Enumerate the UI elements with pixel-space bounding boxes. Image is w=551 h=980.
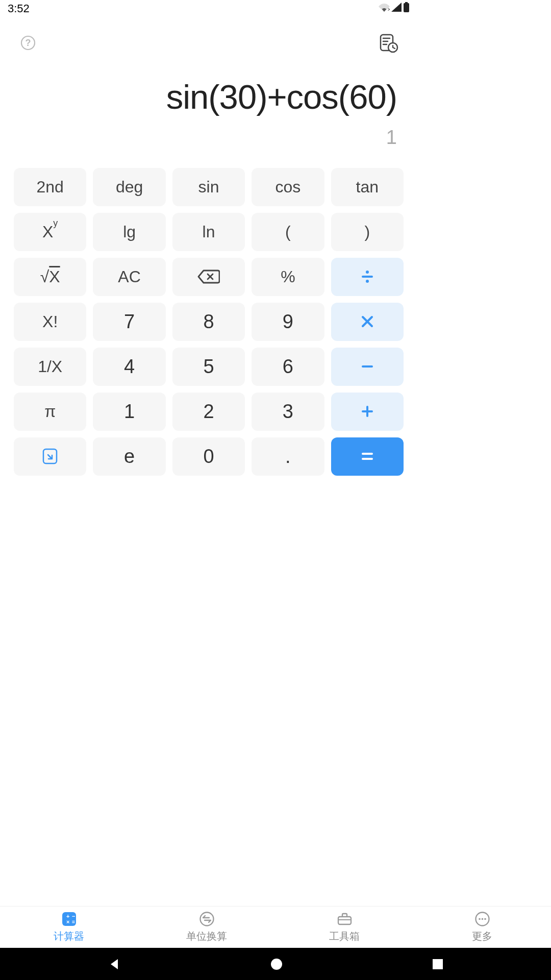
status-bar: 3:52 ✕	[0, 0, 417, 18]
result: 1	[20, 127, 397, 149]
help-button[interactable]: ?	[20, 35, 36, 53]
svg-rect-24	[362, 458, 373, 460]
key-reciprocal[interactable]: 1/X	[14, 348, 86, 386]
svg-point-14	[366, 271, 369, 274]
key-deg[interactable]: deg	[93, 168, 165, 206]
status-icons: ✕	[379, 2, 410, 12]
svg-rect-21	[366, 406, 368, 417]
multiply-icon	[361, 315, 374, 328]
signal-icon	[391, 3, 402, 12]
key-9[interactable]: 9	[252, 303, 324, 341]
key-2[interactable]: 2	[172, 393, 245, 431]
key-8[interactable]: 8	[172, 303, 245, 341]
key-lparen[interactable]: (	[252, 213, 324, 251]
svg-rect-19	[362, 365, 373, 368]
svg-rect-15	[362, 276, 373, 278]
key-rparen[interactable]: )	[331, 213, 404, 251]
key-3[interactable]: 3	[252, 393, 324, 431]
divide-icon	[360, 269, 375, 284]
key-factorial[interactable]: X!	[14, 303, 86, 341]
collapse-icon	[42, 448, 58, 465]
status-time: 3:52	[8, 2, 30, 15]
key-minus[interactable]	[331, 348, 404, 386]
display: sin(30)+cos(60) 1	[0, 78, 417, 149]
key-1[interactable]: 1	[93, 393, 165, 431]
key-power[interactable]: Xy	[14, 213, 86, 251]
key-ln[interactable]: ln	[172, 213, 245, 251]
key-cos[interactable]: cos	[252, 168, 324, 206]
key-0[interactable]: 0	[172, 437, 245, 476]
key-dot[interactable]: .	[252, 437, 324, 476]
key-sqrt[interactable]: √X	[14, 258, 86, 296]
svg-point-16	[366, 280, 369, 283]
svg-rect-2	[404, 3, 409, 12]
key-collapse[interactable]	[14, 437, 86, 476]
minus-icon	[360, 359, 375, 374]
key-sin[interactable]: sin	[172, 168, 245, 206]
key-divide[interactable]	[331, 258, 404, 296]
key-tan[interactable]: tan	[331, 168, 404, 206]
key-5[interactable]: 5	[172, 348, 245, 386]
keypad: 2nd deg sin cos tan Xy lg ln ( ) √X AC %…	[0, 168, 417, 476]
equals-icon	[360, 449, 375, 464]
key-equals[interactable]	[331, 437, 404, 476]
key-6[interactable]: 6	[252, 348, 324, 386]
key-7[interactable]: 7	[93, 303, 165, 341]
key-2nd[interactable]: 2nd	[14, 168, 86, 206]
key-e[interactable]: e	[93, 437, 165, 476]
svg-rect-23	[362, 453, 373, 455]
key-ac[interactable]: AC	[93, 258, 165, 296]
key-pi[interactable]: π	[14, 393, 86, 431]
backspace-icon	[197, 269, 220, 284]
key-percent[interactable]: %	[252, 258, 324, 296]
key-4[interactable]: 4	[93, 348, 165, 386]
battery-icon	[403, 2, 410, 12]
svg-rect-1	[405, 2, 408, 3]
header-row: ?	[0, 27, 417, 60]
key-backspace[interactable]	[172, 258, 245, 296]
wifi-icon: ✕	[379, 3, 390, 12]
history-button[interactable]	[378, 32, 399, 56]
svg-text:?: ?	[26, 38, 31, 48]
key-plus[interactable]	[331, 393, 404, 431]
plus-icon	[360, 404, 375, 419]
svg-text:✕: ✕	[387, 7, 390, 12]
key-lg[interactable]: lg	[93, 213, 165, 251]
key-multiply[interactable]	[331, 303, 404, 341]
expression: sin(30)+cos(60)	[20, 78, 397, 116]
